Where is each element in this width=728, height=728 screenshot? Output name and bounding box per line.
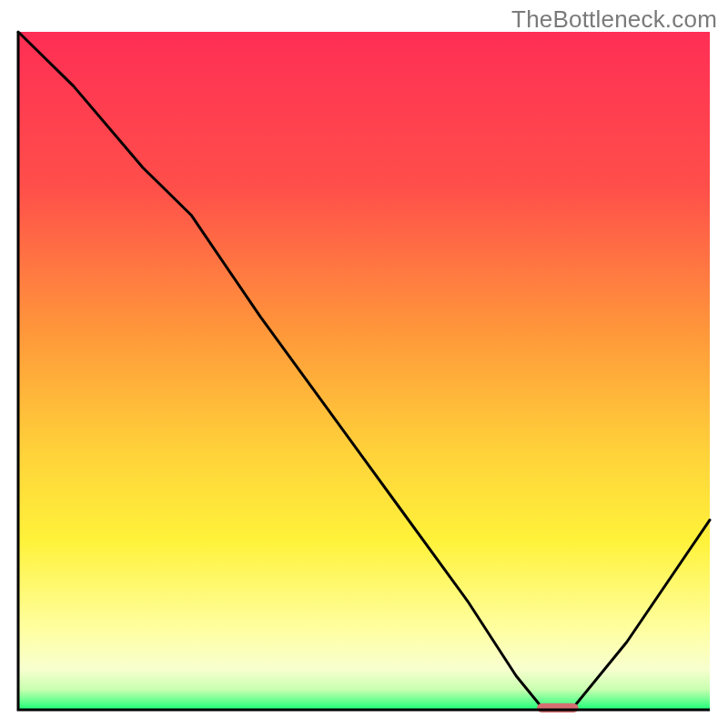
- plot-area: [18, 32, 710, 710]
- bottleneck-chart: [0, 0, 728, 728]
- optimal-marker: [537, 703, 579, 713]
- chart-wrapper: TheBottleneck.com: [0, 0, 728, 728]
- watermark-text: TheBottleneck.com: [511, 5, 717, 34]
